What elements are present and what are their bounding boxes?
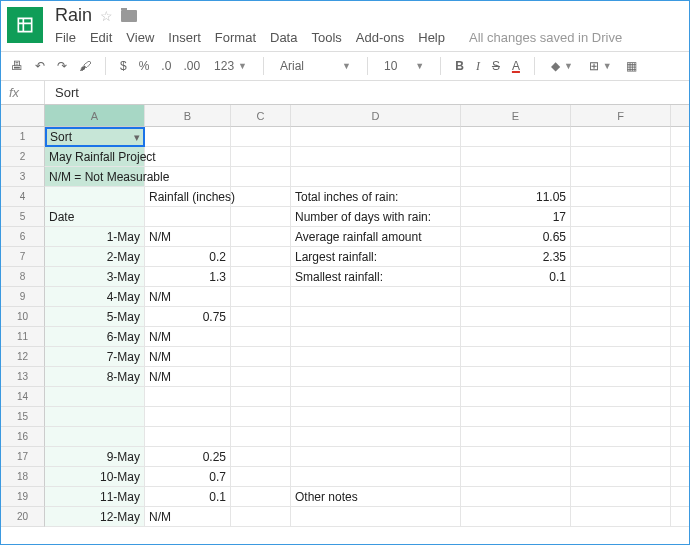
cell[interactable] [291,407,461,427]
text-color-button[interactable]: A [510,58,522,74]
col-header[interactable]: E [461,105,571,127]
font-size-select[interactable]: 10▼ [380,59,428,73]
cell[interactable] [231,287,291,307]
cell[interactable] [231,487,291,507]
cell[interactable] [231,187,291,207]
cell-D4[interactable]: Total inches of rain: [291,187,461,207]
cell[interactable] [291,427,461,447]
cell-B9[interactable]: N/M [145,287,231,307]
cell-A19[interactable]: 11-May [45,487,145,507]
cell[interactable] [671,267,690,287]
fill-color-button[interactable]: ◆▼ [547,59,577,73]
row-header[interactable]: 7 [1,247,45,267]
cell[interactable] [145,387,231,407]
cell-A8[interactable]: 3-May [45,267,145,287]
cell[interactable] [571,407,671,427]
cell[interactable] [291,287,461,307]
menu-edit[interactable]: Edit [90,30,112,45]
menu-insert[interactable]: Insert [168,30,201,45]
currency-button[interactable]: $ [118,58,129,74]
cell[interactable] [231,367,291,387]
row-header[interactable]: 4 [1,187,45,207]
cell[interactable] [231,467,291,487]
cell-A11[interactable]: 6-May [45,327,145,347]
decrease-decimal-button[interactable]: .0 [159,58,173,74]
menu-data[interactable]: Data [270,30,297,45]
cell-A7[interactable]: 2-May [45,247,145,267]
cell[interactable] [461,287,571,307]
cell[interactable] [671,407,690,427]
increase-decimal-button[interactable]: .00 [181,58,202,74]
row-header[interactable]: 5 [1,207,45,227]
cell[interactable] [461,367,571,387]
cell[interactable] [571,447,671,467]
row-header[interactable]: 2 [1,147,45,167]
cell[interactable] [45,407,145,427]
redo-icon[interactable]: ↷ [55,58,69,74]
cell[interactable] [231,147,291,167]
cell[interactable] [571,507,671,527]
cell-E4[interactable]: 11.05 [461,187,571,207]
paint-format-icon[interactable]: 🖌 [77,58,93,74]
folder-icon[interactable] [121,10,137,22]
bold-button[interactable]: B [453,58,466,74]
cell[interactable] [571,347,671,367]
cell[interactable] [571,367,671,387]
sheets-app-icon[interactable] [7,7,43,43]
star-icon[interactable]: ☆ [100,8,113,24]
cell-D8[interactable]: Smallest rainfall: [291,267,461,287]
cell[interactable] [671,467,690,487]
font-select[interactable]: Arial▼ [276,59,355,73]
cell[interactable] [571,267,671,287]
cell[interactable] [671,167,690,187]
strikethrough-button[interactable]: S [490,58,502,74]
cell[interactable] [571,167,671,187]
cell-A5[interactable]: Date [45,207,145,227]
cell[interactable] [231,247,291,267]
row-header[interactable]: 11 [1,327,45,347]
cell[interactable] [461,127,571,147]
cell[interactable] [671,427,690,447]
borders-button[interactable]: ⊞▼ [585,59,616,73]
cell[interactable] [461,347,571,367]
cell[interactable] [145,167,231,187]
cell[interactable] [671,347,690,367]
cell[interactable] [571,307,671,327]
cell[interactable] [291,387,461,407]
row-header[interactable]: 16 [1,427,45,447]
menu-tools[interactable]: Tools [311,30,341,45]
cell-D19[interactable]: Other notes [291,487,461,507]
cell[interactable] [671,287,690,307]
cell-B11[interactable]: N/M [145,327,231,347]
cell[interactable] [571,467,671,487]
cell[interactable] [671,307,690,327]
cell[interactable] [571,427,671,447]
cell-B19[interactable]: 0.1 [145,487,231,507]
row-header[interactable]: 3 [1,167,45,187]
cell[interactable] [291,447,461,467]
row-header[interactable]: 20 [1,507,45,527]
cell-B4[interactable]: Rainfall (inches) [145,187,231,207]
cell[interactable] [671,487,690,507]
more-formats-button[interactable]: 123 ▼ [210,59,251,73]
row-header[interactable]: 17 [1,447,45,467]
cell[interactable] [461,447,571,467]
cell[interactable] [671,227,690,247]
cell[interactable] [571,387,671,407]
cell[interactable] [461,487,571,507]
row-header[interactable]: 9 [1,287,45,307]
row-header[interactable]: 13 [1,367,45,387]
cell[interactable] [231,227,291,247]
menu-addons[interactable]: Add-ons [356,30,404,45]
cell-A13[interactable]: 8-May [45,367,145,387]
cell[interactable] [291,467,461,487]
cell[interactable] [231,167,291,187]
cell-B6[interactable]: N/M [145,227,231,247]
cell[interactable] [461,147,571,167]
cell[interactable] [571,147,671,167]
cell[interactable] [671,507,690,527]
row-header[interactable]: 1 [1,127,45,147]
cell[interactable] [231,307,291,327]
cell[interactable] [461,507,571,527]
cell[interactable] [671,327,690,347]
